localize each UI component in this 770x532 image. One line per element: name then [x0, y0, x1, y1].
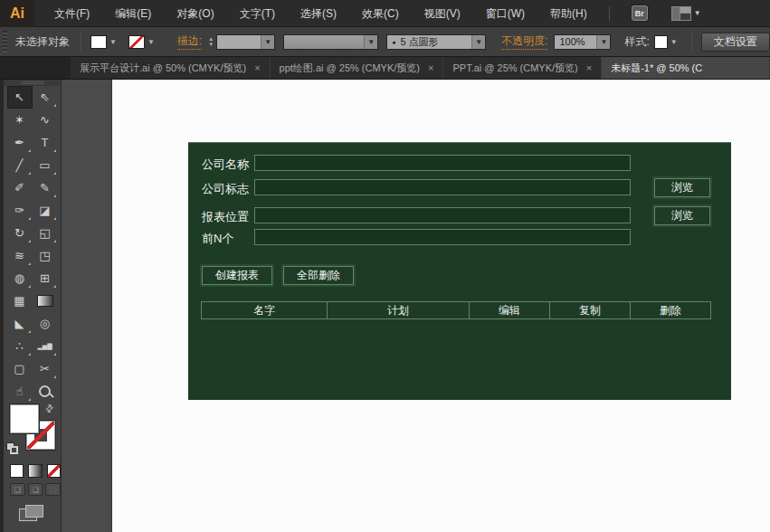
menu-file[interactable]: 文件(F) [42, 0, 102, 27]
stroke-color-control[interactable]: ▼ [128, 35, 157, 49]
report-location-input[interactable] [254, 207, 631, 223]
artboard-tool[interactable]: ▢ [7, 357, 33, 380]
default-fill-stroke-icon[interactable] [6, 442, 19, 455]
blob-brush-tool[interactable]: ✑ [7, 199, 33, 222]
stroke-none-swatch[interactable] [128, 35, 145, 49]
scale-tool[interactable]: ◱ [33, 222, 58, 244]
menu-edit[interactable]: 编辑(E) [102, 0, 164, 27]
stepper-down-icon[interactable]: ▼ [208, 42, 214, 47]
chevron-down-icon[interactable]: ▼ [145, 38, 157, 46]
close-icon[interactable]: × [254, 62, 260, 73]
brush-preview-dot-icon: ● [392, 39, 395, 45]
menu-object[interactable]: 对象(O) [164, 0, 226, 27]
opacity-dropdown[interactable]: 100% ▼ [554, 34, 611, 50]
tools-panel: ↖⇖✶∿✒T╱▭✐✎✑◪↻◱≋◳◍⊞▦◣◎∴▂▅▇▢✂☝ ⇄ ❏ ❏ ❏ [0, 80, 62, 532]
style-swatch[interactable] [654, 35, 668, 49]
top-n-label: 前N个 [202, 231, 233, 247]
top-n-input[interactable] [254, 229, 631, 245]
chevron-down-icon[interactable]: ▼ [261, 35, 274, 49]
gradient-mode-button[interactable] [28, 464, 42, 478]
close-icon[interactable]: × [428, 62, 433, 73]
draw-normal-button[interactable]: ❏ [10, 483, 25, 496]
rotate-tool[interactable]: ↻ [7, 222, 33, 244]
paint-mode-row [4, 461, 61, 478]
eyedropper-tool[interactable]: ◣ [7, 312, 33, 335]
chevron-down-icon[interactable]: ▼ [668, 38, 680, 46]
hand-tool[interactable]: ☝ [7, 380, 33, 403]
blend-tool[interactable]: ◎ [33, 312, 58, 335]
zoom-tool[interactable] [33, 380, 58, 403]
brush-variant-dropdown[interactable]: ● 5 点圆形 ▼ [386, 34, 486, 50]
column-graph-tool[interactable]: ▂▅▇ [33, 335, 58, 357]
chevron-down-icon[interactable]: ▼ [471, 35, 485, 49]
menu-separator [609, 6, 610, 21]
free-transform-tool[interactable]: ◳ [33, 244, 58, 267]
document-setup-button[interactable]: 文档设置 [701, 33, 770, 52]
stroke-weight-stepper[interactable]: ▲ ▼ [208, 36, 214, 47]
eraser-tool[interactable]: ◪ [33, 199, 58, 222]
draw-behind-button[interactable]: ❏ [28, 483, 43, 496]
tab-document-1[interactable]: 展示平台设计.ai @ 50% (CMYK/预览) × [71, 57, 271, 79]
pasteboard[interactable] [62, 80, 112, 532]
browse-logo-button[interactable]: 浏览 [654, 178, 710, 197]
company-logo-input[interactable] [254, 179, 631, 195]
menu-effect[interactable]: 效果(C) [349, 0, 412, 27]
brush-variant-value: ● 5 点圆形 [387, 35, 471, 49]
chevron-down-icon[interactable]: ▼ [364, 35, 377, 49]
tools-panel-grip[interactable] [4, 80, 61, 86]
fill-color-swatch[interactable] [10, 404, 39, 433]
menu-window[interactable]: 窗口(W) [473, 0, 537, 27]
draw-inside-button[interactable]: ❏ [45, 483, 61, 496]
control-bar: 未选择对象 ▼ ▼ 描边: ▲ ▼ ▼ ▼ ● 5 点圆形 ▼ 不透明度: 10… [0, 27, 770, 57]
browse-location-button[interactable]: 浏览 [654, 206, 710, 225]
type-tool[interactable]: T [33, 131, 58, 154]
line-segment-tool[interactable]: ╱ [7, 154, 33, 176]
panel-grip[interactable] [3, 31, 7, 52]
rectangle-tool[interactable]: ▭ [33, 154, 58, 176]
fill-color-control[interactable]: ▼ [90, 35, 119, 49]
workspace-layout-icon [671, 6, 691, 21]
width-tool[interactable]: ≋ [7, 244, 33, 267]
chevron-down-icon[interactable]: ▼ [596, 35, 610, 49]
workspace-switcher[interactable]: ▼ [671, 6, 701, 21]
tab-document-3[interactable]: PPT.ai @ 25% (CMYK/预览) × [443, 57, 602, 79]
menu-select[interactable]: 选择(S) [288, 0, 349, 27]
gradient-tool[interactable] [33, 290, 58, 312]
paintbrush-tool[interactable]: ✐ [7, 176, 33, 199]
shape-builder-tool[interactable]: ◍ [7, 267, 33, 290]
slice-tool[interactable]: ✂ [33, 357, 58, 380]
lasso-tool[interactable]: ∿ [33, 109, 58, 131]
screen-mode-button[interactable] [19, 505, 46, 523]
pen-tool[interactable]: ✒ [7, 131, 33, 154]
delete-all-button[interactable]: 全部删除 [283, 266, 354, 285]
direct-selection-tool[interactable]: ⇖ [33, 86, 58, 109]
menu-view[interactable]: 视图(V) [412, 0, 473, 27]
color-mode-button[interactable] [10, 464, 24, 478]
fill-color-swatch[interactable] [90, 35, 107, 49]
swap-fill-stroke-icon[interactable]: ⇄ [43, 402, 57, 416]
document-tab-bar: 展示平台设计.ai @ 50% (CMYK/预览) × ppt绘图.ai @ 2… [0, 57, 770, 80]
none-mode-button[interactable] [47, 464, 61, 478]
create-report-button[interactable]: 创建报表 [202, 266, 272, 285]
opacity-panel-link[interactable]: 不透明度: [501, 33, 547, 50]
perspective-grid-tool[interactable]: ⊞ [33, 267, 58, 290]
tab-document-2[interactable]: ppt绘图.ai @ 25% (CMYK/预览) × [271, 57, 444, 79]
pencil-tool[interactable]: ✎ [33, 176, 58, 199]
column-header-delete: 删除 [630, 301, 711, 319]
stroke-panel-link[interactable]: 描边: [177, 33, 202, 50]
brush-definition-dropdown[interactable]: ▼ [283, 34, 378, 50]
stroke-weight-dropdown[interactable]: ▼ [216, 34, 275, 50]
selection-tool[interactable]: ↖ [7, 86, 33, 109]
tools-grid: ↖⇖✶∿✒T╱▭✐✎✑◪↻◱≋◳◍⊞▦◣◎∴▂▅▇▢✂☝ [4, 86, 61, 403]
chevron-down-icon[interactable]: ▼ [107, 38, 119, 46]
mesh-tool[interactable]: ▦ [7, 290, 33, 312]
menu-help[interactable]: 帮助(H) [537, 0, 600, 27]
symbol-sprayer-tool[interactable]: ∴ [7, 335, 33, 357]
bridge-icon[interactable]: Br [632, 5, 648, 21]
menu-type[interactable]: 文字(T) [227, 0, 288, 27]
tab-document-4-active[interactable]: 未标题-1* @ 50% (C [602, 57, 770, 79]
magic-wand-tool[interactable]: ✶ [7, 109, 33, 131]
company-name-input[interactable] [254, 155, 631, 171]
illustrator-logo: Ai [0, 0, 34, 27]
close-icon[interactable]: × [586, 62, 592, 73]
